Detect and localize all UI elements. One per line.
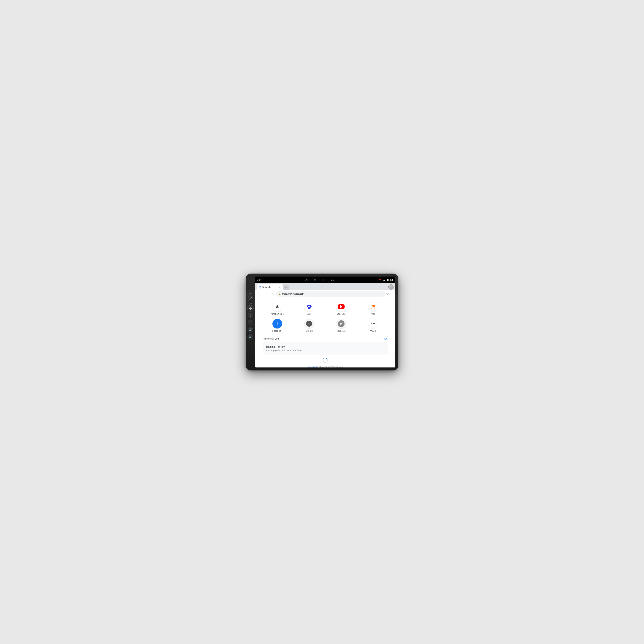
power-button[interactable]: ⏻ bbox=[247, 305, 254, 312]
home-button[interactable]: ⌂ bbox=[247, 313, 253, 319]
device-shell: MIC 🎤 RST ⏻ ⌂ ↩ 🔊 🔉 MIC ◁ ○ bbox=[246, 274, 398, 370]
svg-text:a: a bbox=[276, 304, 279, 309]
baidu-label: 百度 bbox=[307, 313, 311, 316]
articles-card-title: That's all for now bbox=[266, 345, 385, 348]
volume-up-button[interactable]: 🔊 bbox=[247, 327, 253, 333]
right-edge bbox=[395, 294, 398, 350]
articles-card: That's all for now Your suggested articl… bbox=[263, 342, 388, 355]
loading-spinner bbox=[263, 358, 388, 363]
status-bar-left: MIC bbox=[257, 279, 261, 281]
shortcut-github[interactable]: G GitHub bbox=[295, 319, 324, 333]
clock: 15:08 bbox=[387, 279, 393, 281]
new-tab-button[interactable]: ▭ bbox=[283, 285, 289, 290]
android-recents-button[interactable]: □ bbox=[321, 278, 326, 282]
back-button[interactable]: ↩ bbox=[247, 320, 253, 326]
mic-label: MIC bbox=[249, 293, 252, 294]
tab-close-button[interactable]: ✕ bbox=[278, 286, 281, 289]
github-label: GitHub bbox=[306, 330, 313, 332]
svg-point-6 bbox=[309, 305, 310, 306]
svg-point-4 bbox=[307, 305, 309, 306]
articles-title: Articles for you bbox=[263, 337, 279, 340]
side-controls: MIC 🎤 RST ⏻ ⌂ ↩ 🔊 🔉 bbox=[246, 290, 255, 354]
shortcut-amazon[interactable]: a Amazon.co... bbox=[263, 302, 292, 316]
lock-icon: 🔒 bbox=[278, 293, 281, 295]
shortcuts-grid: a Amazon.co... bbox=[263, 302, 388, 333]
screen: MIC ◁ ○ □ ▭ 📍 ▲ 15:08 bbox=[255, 277, 395, 367]
forward-nav-button[interactable]: → bbox=[263, 291, 269, 296]
url-text: https://m.youtube.com bbox=[282, 293, 383, 295]
facebook-label: Facebook bbox=[272, 330, 282, 332]
mic-status-label: MIC bbox=[257, 279, 261, 281]
learn-more-suffix: about suggested content bbox=[319, 366, 343, 367]
reload-button[interactable]: ✕ bbox=[270, 291, 275, 296]
articles-header: Articles for you Hide bbox=[263, 337, 388, 340]
status-bar-right: 📍 ▲ 15:08 bbox=[378, 279, 393, 281]
v2ex-icon: V2EX bbox=[368, 319, 378, 329]
learn-more-text: Learn more about suggested content bbox=[263, 366, 388, 367]
v2ex-label: V2EX bbox=[370, 330, 376, 332]
shortcut-baidu[interactable]: 百度 bbox=[295, 302, 324, 316]
profile-avatar[interactable] bbox=[388, 284, 394, 290]
browser: New tab ✕ ▭ ← → ✕ bbox=[255, 283, 395, 367]
address-bar[interactable]: 🔒 https://m.youtube.com bbox=[276, 291, 385, 297]
amazon-label: Amazon.co... bbox=[271, 313, 284, 315]
toolbar: ← → ✕ 🔒 https://m.youtube.com ☆ ⋮ bbox=[255, 290, 395, 298]
baidu-icon bbox=[304, 302, 314, 312]
svg-point-1 bbox=[308, 307, 311, 309]
wifi-icon: ▲ bbox=[383, 279, 385, 281]
android-screenshot-button[interactable]: ▭ bbox=[330, 278, 335, 282]
tab-title: New tab bbox=[262, 286, 277, 288]
shortcut-wikipedia[interactable]: W 维基百科 bbox=[327, 319, 356, 333]
hupu-icon: 虎 bbox=[368, 302, 378, 312]
wikipedia-label: 维基百科 bbox=[337, 330, 346, 333]
mic-button[interactable]: 🎤 bbox=[247, 295, 253, 301]
android-home-button[interactable]: ○ bbox=[312, 278, 317, 282]
articles-card-subtitle: Your suggested articles appear here bbox=[266, 349, 385, 352]
shortcut-youtube[interactable]: YouTube bbox=[327, 302, 356, 316]
android-back-button[interactable]: ◁ bbox=[304, 278, 309, 282]
new-tab-content: a Amazon.co... bbox=[255, 298, 395, 367]
amazon-icon: a bbox=[272, 302, 282, 312]
shortcut-facebook[interactable]: f Facebook bbox=[263, 319, 292, 333]
nav-buttons: ◁ ○ □ ▭ bbox=[304, 278, 335, 282]
youtube-icon bbox=[336, 302, 346, 312]
shortcut-hupu[interactable]: 虎 虎扑 bbox=[359, 302, 388, 316]
location-icon: 📍 bbox=[378, 279, 381, 281]
bookmark-button[interactable]: ☆ bbox=[386, 292, 389, 296]
tab-bar-right bbox=[388, 284, 394, 290]
articles-hide-button[interactable]: Hide bbox=[383, 337, 388, 340]
car-head-unit: MIC 🎤 RST ⏻ ⌂ ↩ 🔊 🔉 MIC ◁ ○ bbox=[246, 274, 398, 370]
learn-more-link[interactable]: Learn more bbox=[307, 366, 318, 367]
back-nav-button[interactable]: ← bbox=[257, 291, 262, 296]
hupu-label: 虎扑 bbox=[371, 313, 375, 316]
shortcut-v2ex[interactable]: V2EX V2EX bbox=[359, 319, 388, 333]
spinner bbox=[323, 358, 328, 363]
svg-point-5 bbox=[310, 305, 311, 306]
tab-bar: New tab ✕ ▭ bbox=[255, 283, 395, 290]
hupu-char: 虎 bbox=[371, 304, 375, 310]
facebook-icon: f bbox=[272, 319, 282, 329]
tab-favicon bbox=[259, 286, 261, 288]
status-bar: MIC ◁ ○ □ ▭ 📍 ▲ 15:08 bbox=[255, 277, 395, 283]
active-tab[interactable]: New tab ✕ bbox=[257, 284, 283, 290]
volume-down-button[interactable]: 🔉 bbox=[247, 334, 253, 340]
youtube-label: YouTube bbox=[337, 313, 345, 315]
wikipedia-icon: W bbox=[336, 319, 346, 329]
github-icon: G bbox=[304, 319, 314, 329]
more-button[interactable]: ⋮ bbox=[390, 292, 393, 296]
rst-label: RST bbox=[249, 302, 252, 304]
